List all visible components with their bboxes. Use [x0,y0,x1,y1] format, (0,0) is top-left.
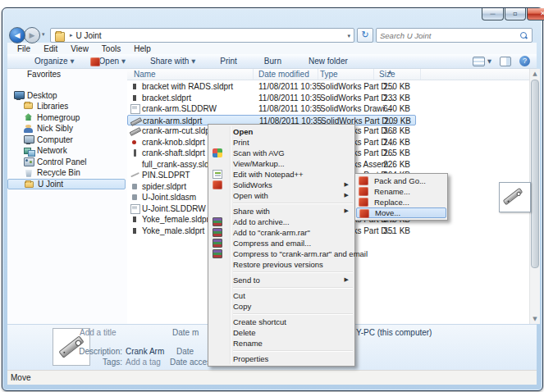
views-icon[interactable] [473,57,485,66]
column-divider[interactable] [253,69,254,80]
context-menu-item[interactable]: Add to archive... [208,217,354,227]
context-menu-item[interactable]: View/Markup... [208,158,354,169]
submenu-item[interactable]: Move... [356,207,446,218]
sidebar-item[interactable]: Nick Sibly [7,123,127,134]
toolbar-button[interactable]: Print [201,55,245,68]
column-header-type[interactable]: Type [320,70,338,79]
scroll-down-icon[interactable]: ▼ [530,314,540,324]
context-menu-item[interactable]: Restore previous versions [208,259,354,270]
toolbar-button[interactable]: Organize ▼ [16,55,80,68]
views-dropdown-icon[interactable]: ▼ [487,58,491,65]
dropdown-arrow-icon: ▼ [121,58,126,65]
column-header-date[interactable]: Date modified [258,70,309,79]
context-menu-item[interactable]: Add to "crank-arm.rar" [208,227,354,238]
sidebar-item-icon [24,146,34,156]
context-menu-item[interactable] [233,350,353,352]
sidebar-item[interactable]: Computer [7,134,127,146]
context-menu-item[interactable]: SolidWorks ▶ [208,180,354,190]
context-menu-item[interactable]: Compress and email... [208,238,354,248]
minimize-button[interactable]: — [482,8,504,21]
navigation-pane: Favorites Desktop Libraries Homegroup Ni… [7,69,127,324]
context-menu-item[interactable]: Create shortcut [208,317,354,327]
toolbar-button[interactable]: Open ▼ [80,55,131,68]
file-size: 246 KB [353,138,410,147]
context-menu-item[interactable]: Scan with AVG [208,148,354,158]
menu-item[interactable]: File [11,44,37,53]
tags-value[interactable]: Add a tag [126,358,161,367]
context-menu-item[interactable]: Cut [208,290,354,301]
menu-item[interactable]: Help [127,44,158,53]
context-menu-item[interactable] [233,203,353,204]
context-menu-item[interactable]: Delete [208,327,354,338]
solidworks-submenu: Pack and Go... Rename... Replace... Move… [354,173,448,221]
table-row[interactable]: bracket.sldprt 11/08/2011 10:35 SolidWor… [127,93,529,104]
table-row[interactable]: crank-arm.SLDDRW 11/08/2011 10:35 SolidW… [127,103,529,115]
toolbar-button[interactable]: Burn [245,55,290,68]
sidebar-item[interactable]: Homegroup [7,112,127,124]
context-menu-item[interactable]: Properties [208,353,354,364]
breadcrumb-location[interactable]: U Joint [76,31,102,40]
address-dropdown-icon[interactable]: ▾ [347,33,350,39]
context-menu-item[interactable]: Copy [208,301,354,312]
sidebar-item[interactable]: Control Panel [7,157,127,168]
toolbar-button[interactable]: Share with ▼ [131,55,201,68]
context-menu-item[interactable]: Edit with Notepad++ [208,169,354,180]
file-icon [130,93,140,103]
column-divider[interactable] [420,69,421,80]
submenu-item[interactable]: Pack and Go... [356,175,446,186]
sidebar-item[interactable]: U Joint [7,179,126,190]
sidebar-item[interactable]: Recycle Bin [7,167,127,179]
sidebar-item[interactable]: Network [7,145,127,157]
menu-item[interactable]: View [64,44,95,53]
sidebar-item[interactable]: Libraries [7,101,127,112]
address-bar[interactable]: ▸ U Joint ▾ [50,28,354,43]
menu-item-icon [213,159,222,168]
scrollbar-thumb[interactable] [531,80,539,268]
context-menu-item[interactable] [233,271,353,273]
submenu-item[interactable]: Replace... [356,197,446,207]
breadcrumb-chevron[interactable]: ▸ [70,32,73,39]
table-row[interactable]: bracket with RADS.sldprt 11/08/2011 10:3… [127,81,529,93]
sidebar-item[interactable]: Favorites [7,69,127,80]
context-menu-item[interactable]: Rename [208,338,354,349]
submenu-item[interactable]: Rename... [356,186,446,197]
search-box [376,28,533,43]
sidebar-item-icon [24,168,34,178]
menu-bar: FileEditViewToolsHelp [7,43,537,54]
close-icon: ✕ [540,11,544,17]
menu-item[interactable]: Edit [37,44,64,53]
forward-button[interactable]: ▶ [24,27,40,43]
toolbar-button[interactable]: New folder [290,55,356,68]
column-header-name[interactable]: Name [134,70,156,79]
back-button[interactable]: ◀ [9,27,25,43]
menu-item[interactable]: Tools [95,44,127,53]
sidebar-item-icon [14,70,24,80]
title-placeholder[interactable]: Add a title [80,328,116,337]
context-menu-item[interactable] [233,287,353,289]
context-menu-item[interactable]: Compress to "crank-arm.rar" and email [208,248,354,259]
column-divider[interactable] [373,69,374,80]
menu-item-icon [213,148,222,157]
file-icon [130,226,140,235]
context-menu-item[interactable]: Share with ▶ [208,206,354,217]
scroll-up-icon[interactable]: ▲ [530,69,540,79]
sidebar-item[interactable]: Desktop [7,90,127,102]
context-menu-item[interactable]: Send to ▶ [208,275,354,285]
status-text: Move [11,373,30,382]
file-size: 265 KB [353,148,410,157]
context-menu-item[interactable]: Open with ▶ [208,190,354,201]
preview-pane-icon[interactable] [500,57,511,66]
help-icon[interactable]: ? [519,56,530,66]
column-divider[interactable] [318,69,318,80]
search-input[interactable] [377,31,520,40]
column-header-size[interactable]: Size [379,70,395,79]
context-menu-item[interactable] [233,313,353,315]
recent-pages-dropdown[interactable]: ▾ [42,31,45,38]
file-size: 368 KB [353,126,410,135]
description-value[interactable]: Crank Arm [126,347,164,356]
refresh-button[interactable]: ↻ [357,28,373,43]
context-menu-item[interactable]: Open [208,126,354,137]
restore-button[interactable]: ▫ [505,8,526,21]
context-menu-item[interactable]: Print [208,137,354,148]
close-button[interactable]: ✕ [527,8,544,21]
